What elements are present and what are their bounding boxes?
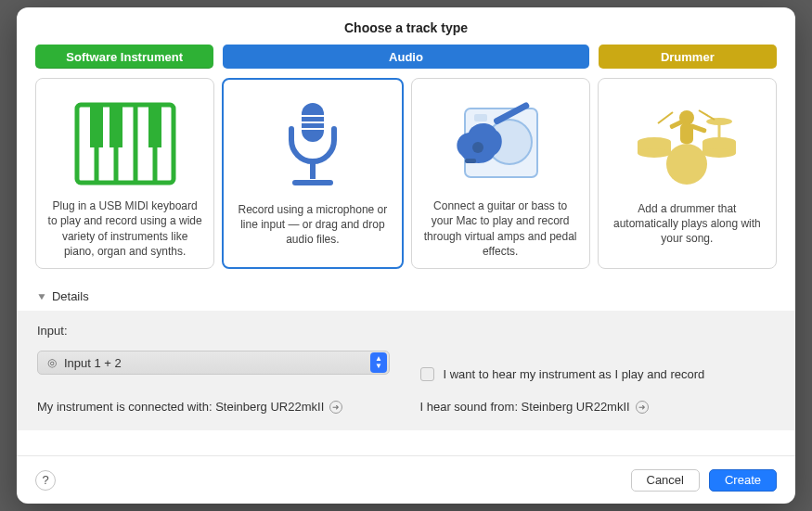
card-software-desc: Plug in a USB MIDI keyboard to play and … (47, 198, 202, 259)
select-stepper-icon: ▲▼ (370, 352, 387, 373)
svg-rect-18 (474, 114, 487, 121)
piano-keys-icon (74, 94, 176, 193)
svg-point-32 (666, 144, 707, 185)
input-value: Input 1 + 2 (64, 356, 370, 370)
tab-drummer[interactable]: Drummer (599, 45, 777, 69)
monitor-checkbox[interactable] (420, 367, 434, 381)
tab-audio[interactable]: Audio (223, 45, 588, 69)
svg-rect-5 (90, 107, 103, 147)
card-audio-mic[interactable]: Record using a microphone or line input … (222, 78, 403, 269)
connected-status: My instrument is connected with: Steinbe… (37, 400, 324, 414)
tab-software-instrument[interactable]: Software Instrument (35, 45, 213, 69)
details-disclosure[interactable]: ▼ Details (17, 269, 795, 311)
track-type-tabs: Software Instrument Audio Drummer (17, 35, 795, 78)
cancel-button[interactable]: Cancel (631, 469, 700, 492)
drummer-icon (626, 94, 747, 196)
card-drummer[interactable]: Add a drummer that automatically plays a… (598, 78, 777, 269)
connected-jump-icon[interactable]: ➜ (329, 401, 342, 414)
card-drummer-desc: Add a drummer that automatically plays a… (610, 201, 765, 247)
svg-point-28 (638, 148, 671, 158)
card-mic-desc: Record using a microphone or line input … (235, 202, 390, 248)
card-audio-guitar[interactable]: Connect a guitar or bass to your Mac to … (411, 78, 590, 269)
monitor-checkbox-label: I want to hear my instrument as I play a… (444, 367, 705, 381)
svg-point-20 (472, 142, 483, 153)
help-button[interactable]: ? (35, 470, 56, 491)
svg-line-36 (658, 112, 673, 123)
svg-point-31 (702, 148, 736, 158)
input-label: Input: (37, 324, 393, 338)
card-software-instrument[interactable]: Plug in a USB MIDI keyboard to play and … (35, 78, 214, 269)
create-button[interactable]: Create (709, 469, 777, 492)
stereo-icon: ◎ (47, 356, 57, 369)
output-jump-icon[interactable]: ➜ (636, 401, 649, 414)
svg-rect-21 (465, 159, 476, 163)
svg-rect-7 (148, 107, 161, 147)
chevron-down-icon: ▼ (36, 291, 47, 301)
svg-rect-6 (110, 107, 122, 147)
output-status: I hear sound from: Steinberg UR22mkII (420, 400, 630, 414)
details-label: Details (52, 289, 89, 303)
input-select[interactable]: ◎ Input 1 + 2 ▲▼ (37, 351, 390, 375)
dialog-title: Choose a track type (17, 20, 795, 35)
svg-line-35 (699, 110, 715, 120)
microphone-icon (271, 95, 354, 197)
card-guitar-desc: Connect a guitar or bass to your Mac to … (423, 198, 578, 259)
guitar-amp-icon (445, 94, 556, 193)
